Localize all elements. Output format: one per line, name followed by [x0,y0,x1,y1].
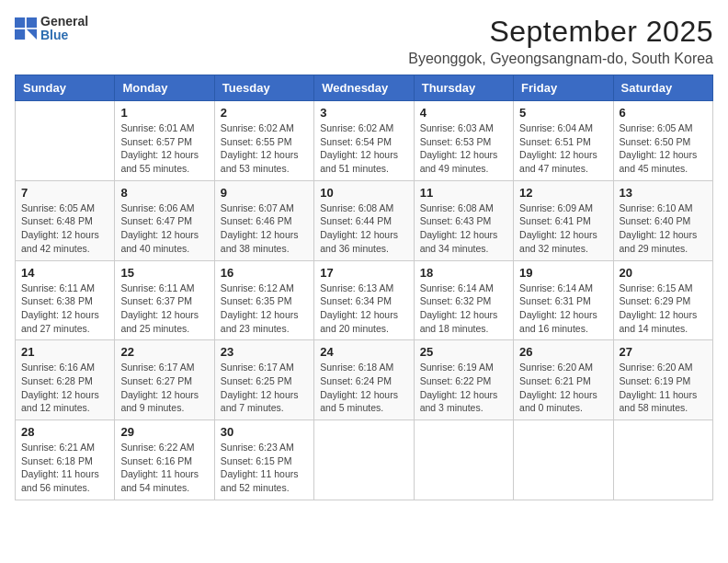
calendar-cell: 7Sunrise: 6:05 AM Sunset: 6:48 PM Daylig… [16,180,115,260]
calendar-cell: 16Sunrise: 6:12 AM Sunset: 6:35 PM Dayli… [214,260,313,340]
day-number: 26 [519,345,607,359]
calendar-cell: 20Sunrise: 6:15 AM Sunset: 6:29 PM Dayli… [613,260,712,340]
day-number: 18 [420,266,507,280]
calendar-cell: 9Sunrise: 6:07 AM Sunset: 6:46 PM Daylig… [214,180,313,260]
day-info: Sunrise: 6:17 AM Sunset: 6:25 PM Dayligh… [221,361,308,415]
svg-rect-1 [27,17,37,28]
day-info: Sunrise: 6:17 AM Sunset: 6:27 PM Dayligh… [120,361,208,415]
day-info: Sunrise: 6:13 AM Sunset: 6:34 PM Dayligh… [320,282,407,336]
calendar-cell: 21Sunrise: 6:16 AM Sunset: 6:28 PM Dayli… [16,340,115,420]
day-info: Sunrise: 6:15 AM Sunset: 6:29 PM Dayligh… [620,282,707,336]
day-number: 27 [620,345,707,359]
day-number: 23 [221,345,308,359]
day-number: 28 [21,425,108,439]
calendar-cell: 5Sunrise: 6:04 AM Sunset: 6:51 PM Daylig… [514,101,613,181]
day-info: Sunrise: 6:22 AM Sunset: 6:16 PM Dayligh… [120,441,208,495]
weekday-header: Friday [514,75,613,101]
calendar-cell: 30Sunrise: 6:23 AM Sunset: 6:15 PM Dayli… [214,420,313,500]
day-info: Sunrise: 6:02 AM Sunset: 6:54 PM Dayligh… [320,121,407,176]
calendar-cell: 23Sunrise: 6:17 AM Sunset: 6:25 PM Dayli… [214,340,313,420]
calendar-cell: 24Sunrise: 6:18 AM Sunset: 6:24 PM Dayli… [314,340,414,420]
day-info: Sunrise: 6:18 AM Sunset: 6:24 PM Dayligh… [320,361,407,415]
day-info: Sunrise: 6:08 AM Sunset: 6:43 PM Dayligh… [420,201,507,256]
day-info: Sunrise: 6:11 AM Sunset: 6:37 PM Dayligh… [120,282,208,336]
day-number: 3 [320,106,407,120]
day-info: Sunrise: 6:19 AM Sunset: 6:22 PM Dayligh… [420,361,507,415]
weekday-header: Wednesday [314,75,414,101]
day-number: 7 [21,186,108,200]
day-info: Sunrise: 6:09 AM Sunset: 6:41 PM Dayligh… [519,201,607,256]
calendar-cell: 29Sunrise: 6:22 AM Sunset: 6:16 PM Dayli… [115,420,214,500]
calendar-cell: 27Sunrise: 6:20 AM Sunset: 6:19 PM Dayli… [613,340,712,420]
calendar-table: SundayMondayTuesdayWednesdayThursdayFrid… [15,75,713,500]
calendar-cell: 10Sunrise: 6:08 AM Sunset: 6:44 PM Dayli… [314,180,414,260]
day-info: Sunrise: 6:11 AM Sunset: 6:38 PM Dayligh… [21,282,108,336]
day-info: Sunrise: 6:02 AM Sunset: 6:55 PM Dayligh… [221,121,308,176]
day-info: Sunrise: 6:08 AM Sunset: 6:44 PM Dayligh… [320,201,407,256]
day-number: 20 [620,266,707,280]
day-info: Sunrise: 6:20 AM Sunset: 6:21 PM Dayligh… [519,361,607,415]
calendar-cell: 17Sunrise: 6:13 AM Sunset: 6:34 PM Dayli… [314,260,414,340]
month-title: September 2025 [408,15,713,49]
day-number: 15 [120,266,208,280]
calendar-cell [314,420,414,500]
day-info: Sunrise: 6:12 AM Sunset: 6:35 PM Dayligh… [221,282,308,336]
day-info: Sunrise: 6:05 AM Sunset: 6:48 PM Dayligh… [21,201,108,256]
day-number: 2 [221,106,308,120]
calendar-cell: 25Sunrise: 6:19 AM Sunset: 6:22 PM Dayli… [414,340,513,420]
calendar-cell: 11Sunrise: 6:08 AM Sunset: 6:43 PM Dayli… [414,180,513,260]
weekday-header: Saturday [613,75,712,101]
header: General Blue September 2025 Byeonggok, G… [15,15,713,67]
day-number: 16 [221,266,308,280]
calendar-cell: 13Sunrise: 6:10 AM Sunset: 6:40 PM Dayli… [613,180,712,260]
calendar-cell [613,420,712,500]
calendar-cell: 2Sunrise: 6:02 AM Sunset: 6:55 PM Daylig… [214,101,313,181]
calendar-cell: 26Sunrise: 6:20 AM Sunset: 6:21 PM Dayli… [514,340,613,420]
day-number: 8 [120,186,208,200]
calendar-cell: 6Sunrise: 6:05 AM Sunset: 6:50 PM Daylig… [613,101,712,181]
location-title: Byeonggok, Gyeongsangnam-do, South Korea [408,51,713,67]
calendar-cell: 19Sunrise: 6:14 AM Sunset: 6:31 PM Dayli… [514,260,613,340]
day-info: Sunrise: 6:21 AM Sunset: 6:18 PM Dayligh… [21,441,108,495]
day-info: Sunrise: 6:14 AM Sunset: 6:31 PM Dayligh… [519,282,607,336]
day-number: 13 [620,186,707,200]
calendar-cell [414,420,513,500]
day-info: Sunrise: 6:01 AM Sunset: 6:57 PM Dayligh… [120,121,208,176]
calendar-cell: 12Sunrise: 6:09 AM Sunset: 6:41 PM Dayli… [514,180,613,260]
weekday-header: Monday [115,75,214,101]
day-info: Sunrise: 6:14 AM Sunset: 6:32 PM Dayligh… [420,282,507,336]
calendar-week-row: 28Sunrise: 6:21 AM Sunset: 6:18 PM Dayli… [16,420,713,500]
day-number: 14 [21,266,108,280]
calendar-cell: 18Sunrise: 6:14 AM Sunset: 6:32 PM Dayli… [414,260,513,340]
day-number: 4 [420,106,507,120]
day-number: 30 [221,425,308,439]
day-info: Sunrise: 6:03 AM Sunset: 6:53 PM Dayligh… [420,121,507,176]
svg-marker-3 [27,29,37,40]
day-number: 19 [519,266,607,280]
calendar-cell: 28Sunrise: 6:21 AM Sunset: 6:18 PM Dayli… [16,420,115,500]
day-number: 22 [120,345,208,359]
day-info: Sunrise: 6:04 AM Sunset: 6:51 PM Dayligh… [519,121,607,176]
weekday-header: Thursday [414,75,513,101]
calendar-week-row: 14Sunrise: 6:11 AM Sunset: 6:38 PM Dayli… [16,260,713,340]
day-number: 9 [221,186,308,200]
day-number: 25 [420,345,507,359]
weekday-header: Tuesday [214,75,313,101]
day-info: Sunrise: 6:23 AM Sunset: 6:15 PM Dayligh… [221,441,308,495]
day-number: 5 [519,106,607,120]
svg-rect-0 [15,17,25,28]
logo-icon [15,17,37,40]
calendar-week-row: 1Sunrise: 6:01 AM Sunset: 6:57 PM Daylig… [16,101,713,181]
svg-rect-2 [15,29,25,40]
day-number: 11 [420,186,507,200]
calendar-cell: 3Sunrise: 6:02 AM Sunset: 6:54 PM Daylig… [314,101,414,181]
calendar-cell: 14Sunrise: 6:11 AM Sunset: 6:38 PM Dayli… [16,260,115,340]
day-info: Sunrise: 6:07 AM Sunset: 6:46 PM Dayligh… [221,201,308,256]
weekday-header: Sunday [16,75,115,101]
day-number: 10 [320,186,407,200]
day-info: Sunrise: 6:20 AM Sunset: 6:19 PM Dayligh… [620,361,707,415]
calendar-cell: 22Sunrise: 6:17 AM Sunset: 6:27 PM Dayli… [115,340,214,420]
day-info: Sunrise: 6:06 AM Sunset: 6:47 PM Dayligh… [120,201,208,256]
calendar-week-row: 21Sunrise: 6:16 AM Sunset: 6:28 PM Dayli… [16,340,713,420]
calendar-week-row: 7Sunrise: 6:05 AM Sunset: 6:48 PM Daylig… [16,180,713,260]
